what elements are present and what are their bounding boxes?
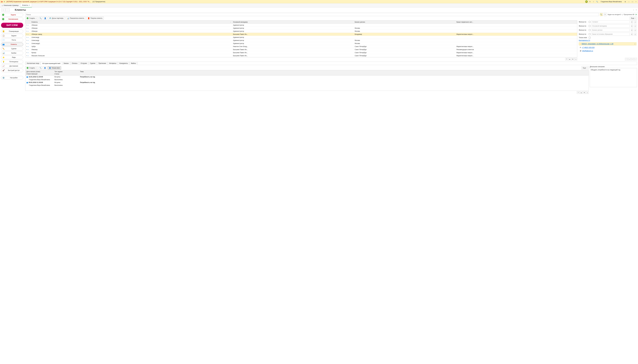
- expand-icon[interactable]: ▸: [27, 40, 27, 41]
- page-close-icon[interactable]: ×: [636, 9, 637, 11]
- sidebar-task-button[interactable]: + Задача: [1, 13, 23, 16]
- table-row[interactable]: ▸ —АлександрАдминистратор: [25, 36, 577, 39]
- subtab-7[interactable]: Интересы: [108, 62, 118, 65]
- expand-icon[interactable]: ▸: [27, 36, 27, 38]
- open-dialog-icon[interactable]: ◇: [634, 28, 636, 32]
- sidebar-item-5[interactable]: 📊Канбан: [1, 51, 23, 55]
- history-row[interactable]: 👥16.01.2018 11:30:00ВстречаПотребность н…: [25, 76, 589, 78]
- nav-forward-button[interactable]: →: [6, 8, 10, 12]
- restore-button[interactable]: ▭: [631, 1, 634, 3]
- history-only-mine-button[interactable]: 👤 Только мои: [48, 66, 61, 70]
- subtab-6[interactable]: Претензии: [97, 62, 108, 65]
- col-date[interactable]: Дата начала (план): [27, 71, 52, 72]
- menu-icon[interactable]: ≡: [4, 0, 5, 3]
- create-button[interactable]: + Создать ▾: [25, 16, 38, 20]
- nav-last-icon[interactable]: ⤓: [634, 58, 637, 60]
- expand-icon[interactable]: ▸: [27, 46, 27, 48]
- history-more-button[interactable]: Еще ▾: [581, 66, 589, 70]
- history-row[interactable]: 👥09.01.2018 11:30:00ВстречаПотребность н…: [25, 81, 589, 84]
- nav-down-icon[interactable]: ▼: [583, 91, 586, 94]
- nav-first-icon[interactable]: ⤒: [565, 58, 568, 60]
- close-button[interactable]: ×: [635, 1, 637, 3]
- subtab-3[interactable]: Оплаты: [70, 62, 79, 65]
- sidebar-item-4[interactable]: ✏️Сделки: [1, 47, 23, 50]
- open-dialog-icon[interactable]: ◇: [634, 33, 636, 36]
- phone-link[interactable]: +7 (4922) 333-333: [582, 47, 594, 48]
- nav-first-icon[interactable]: ⤒: [625, 58, 628, 60]
- col-type[interactable]: Тип задачи: [55, 71, 78, 72]
- sidebar-item-0[interactable]: 📒Планировщик: [1, 30, 23, 33]
- minimize-button[interactable]: —: [627, 1, 630, 3]
- col-region[interactable]: Бизнес-регион: [354, 21, 455, 23]
- dossier-button[interactable]: 🪪 Досье партнера: [48, 16, 65, 20]
- table-row[interactable]: ▸ —АбикорнАдминистраторМосква: [25, 30, 577, 33]
- filter-region-check[interactable]: [589, 29, 590, 31]
- table-row[interactable]: ▸ —АбикорнАдминистратор: [25, 24, 577, 27]
- expand-icon[interactable]: ▸: [27, 55, 27, 56]
- expand-icon[interactable]: ▸: [27, 42, 27, 44]
- nav-last-icon[interactable]: ⤓: [586, 91, 589, 94]
- table-row[interactable]: ▸ —ИнвокерБахшиев Павел Ин...Санкт-Петер…: [25, 48, 577, 51]
- sidebar-item-6[interactable]: ⭐Лиды: [1, 56, 23, 59]
- tab-clients[interactable]: Клиенты ×: [21, 3, 32, 8]
- history-create-button[interactable]: + Создать ▾: [25, 66, 38, 70]
- counterparties-link[interactable]: Контрагенты (1): [579, 40, 590, 41]
- table-row[interactable]: ▸ —КрокусБахшиев Павел Ин...Санкт-Петерб…: [25, 51, 577, 54]
- search-submit-button[interactable]: 🔍: [600, 13, 603, 16]
- filter-region-input[interactable]: Бизнес регион: [591, 28, 630, 32]
- search-input[interactable]: [25, 13, 599, 16]
- sidebar-item-9[interactable]: 🚀Быстрый доступ: [1, 68, 23, 72]
- more-button[interactable]: Еще ▾: [630, 16, 637, 20]
- address-link[interactable]: 600016, г.Владимир, ул.Добросельская, д.…: [582, 43, 613, 45]
- filter-segment-input[interactable]: Сегмент: [591, 20, 630, 24]
- sidebar-item-2[interactable]: ✉️Почта: [1, 38, 23, 42]
- col-status[interactable]: Статус: [55, 73, 78, 75]
- sidebar-item-8[interactable]: 📈Достижения: [1, 64, 23, 68]
- nav-down-icon[interactable]: ▼: [571, 58, 574, 60]
- open-dialog-icon[interactable]: ◇: [634, 24, 636, 28]
- nav-last-icon[interactable]: ⤓: [574, 58, 577, 60]
- expand-icon[interactable]: ▸: [27, 24, 27, 26]
- refresh-icon[interactable]: ⟳: [635, 14, 637, 16]
- subtab-8[interactable]: Конкуренты: [118, 62, 129, 65]
- close-tab-icon[interactable]: ×: [29, 4, 30, 6]
- history-user-button[interactable]: 👤: [43, 66, 47, 70]
- dropdown-icon[interactable]: ▾: [630, 20, 633, 24]
- subtab-1[interactable]: История взаимодействий: [41, 62, 62, 65]
- search-clear-button[interactable]: ×: [604, 13, 606, 16]
- detail-description[interactable]: Обсудить потребности на следующий год: [590, 68, 637, 87]
- dropdown-icon[interactable]: ▾: [630, 28, 633, 32]
- email-link[interactable]: Info@abicorn.ru: [582, 50, 593, 52]
- subtab-5[interactable]: Сделки: [89, 62, 97, 65]
- nav-first-icon[interactable]: ⤒: [577, 91, 580, 94]
- sidebar-reminder-button[interactable]: + Напоминание: [1, 17, 23, 21]
- table-row[interactable]: ▸ —АбикорнАдминистраторМосква: [25, 27, 577, 30]
- nav-back-button[interactable]: ←: [1, 8, 5, 12]
- purchases-button[interactable]: 🧧 Покупки клиента: [86, 16, 104, 20]
- dropdown-icon[interactable]: ▾: [630, 24, 633, 28]
- table-row[interactable]: ▸ —Магазин АпельсинБахшиев Павел Ин...Са…: [25, 54, 577, 57]
- open-dialog-icon[interactable]: ◇: [634, 20, 636, 24]
- nav-down-icon[interactable]: ▼: [631, 58, 634, 60]
- filter-manager-check[interactable]: [589, 25, 590, 27]
- subtab-9[interactable]: Файлы: [129, 62, 138, 65]
- table-row[interactable]: ▸ —Абикорн заводБахшиев Павел Ин...Влади…: [25, 33, 577, 36]
- filter-channel-input[interactable]: Канал источника обращения: [591, 33, 630, 36]
- dropdown-icon[interactable]: ▾: [630, 33, 633, 36]
- table-row[interactable]: ▸ —Александр1АдминистраторМосква: [25, 42, 577, 45]
- table-row[interactable]: ▸ —АлександрАдминистраторМосква: [25, 39, 577, 42]
- subtab-0[interactable]: Контактные лица: [25, 62, 41, 65]
- history-row-sub[interactable]: Гладилина Вера МихайловнаВыполнена: [25, 78, 589, 81]
- history-view-button[interactable]: 🔍: [39, 66, 42, 70]
- nav-up-icon[interactable]: ▲: [568, 58, 571, 60]
- indicators-button[interactable]: 📊 Показатели клиента: [66, 16, 86, 20]
- user-button[interactable]: 👤: [43, 16, 47, 20]
- filter-manager-input[interactable]: Основной менеджер: [591, 24, 630, 28]
- table-row[interactable]: ▸ —АрбузНикитин Олег Влад...Санкт-Петерб…: [25, 45, 577, 48]
- search-icon[interactable]: 🔍: [596, 1, 598, 2]
- history-row-sub[interactable]: Гладилина Вера МихайловнаВыполнена: [25, 84, 589, 87]
- only-mine-check[interactable]: [589, 37, 590, 38]
- tab-home[interactable]: ⌂ Начальная страница: [0, 3, 21, 8]
- expand-icon[interactable]: ▸: [27, 52, 27, 54]
- col-resp[interactable]: Ответственный: [27, 73, 52, 75]
